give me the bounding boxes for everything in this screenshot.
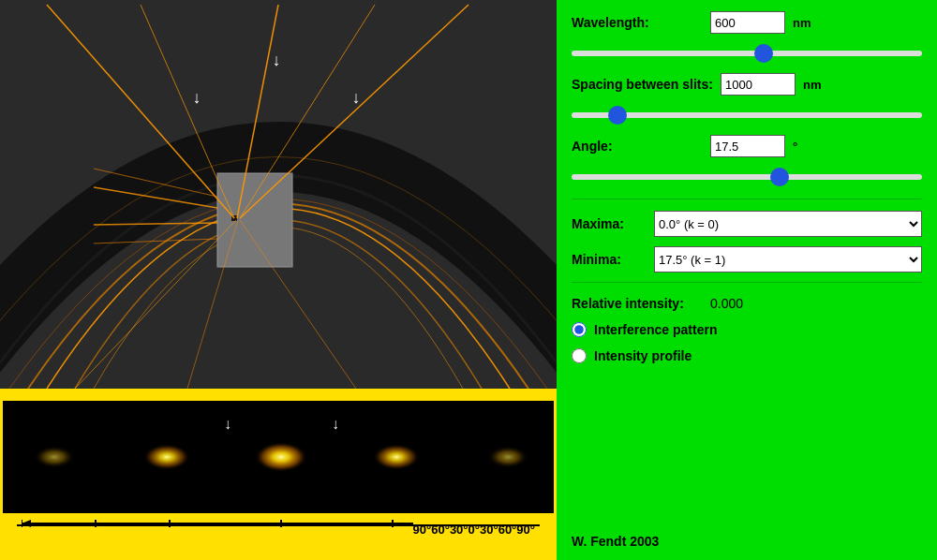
rel-intensity-label: Relative intensity:: [572, 296, 703, 311]
svg-text:↓: ↓: [332, 416, 339, 432]
angle-unit: °: [793, 140, 797, 154]
left-panel: ↓ ↓ ↓: [0, 0, 557, 560]
spacing-label: Spacing between slits:: [572, 77, 713, 92]
arrow-right: ↓: [352, 88, 361, 107]
visualization-svg: ↓ ↓ ↓: [0, 0, 557, 389]
radio-interference[interactable]: [572, 322, 587, 337]
maxima-select[interactable]: 0.0° (k = 0) 36.9° (k = 1) -36.9° (k = -…: [654, 211, 922, 237]
svg-text:↓: ↓: [224, 416, 231, 432]
main-visualization: ↓ ↓ ↓: [0, 0, 557, 389]
angle-slider-container: [572, 167, 922, 184]
svg-point-20: [373, 444, 420, 470]
right-panel: Wavelength: nm Spacing between slits: nm…: [557, 0, 937, 560]
wavelength-unit: nm: [793, 16, 811, 30]
radio-intensity-label[interactable]: Intensity profile: [594, 348, 692, 363]
radio-intensity[interactable]: [572, 348, 587, 363]
minima-label: Minima:: [572, 252, 647, 267]
angle-ruler: 90° 60° 30° 0° 30° 60° 90°: [3, 513, 554, 541]
wavelength-slider-container: [572, 43, 922, 60]
wavelength-label: Wavelength:: [572, 15, 703, 30]
rel-intensity-row: Relative intensity: 0.000: [572, 296, 922, 311]
radio-interference-label[interactable]: Interference pattern: [594, 322, 717, 337]
ruler-ticks: [22, 519, 413, 539]
maxima-label: Maxima:: [572, 216, 647, 231]
angle-slider[interactable]: [572, 174, 922, 180]
divider-2: [572, 282, 922, 283]
svg-point-19: [143, 444, 190, 470]
spacing-slider-container: [572, 105, 922, 122]
minima-select[interactable]: 17.5° (k = 1) -17.5° (k = -1) 63.2° (k =…: [654, 246, 922, 273]
bottom-panel: ↓ ↓: [0, 389, 557, 560]
svg-point-22: [487, 446, 528, 468]
minima-row: Minima: 17.5° (k = 1) -17.5° (k = -1) 63…: [572, 246, 922, 273]
maxima-row: Maxima: 0.0° (k = 0) 36.9° (k = 1) -36.9…: [572, 211, 922, 237]
angle-input[interactable]: [710, 135, 785, 157]
interference-display: ↓ ↓: [3, 401, 554, 513]
spacing-row: Spacing between slits: nm: [572, 73, 922, 96]
arrow-center: ↓: [273, 51, 281, 69]
spacing-slider[interactable]: [572, 112, 922, 118]
angle-row: Angle: °: [572, 135, 922, 157]
rel-intensity-value: 0.000: [710, 296, 743, 311]
angle-label: Angle:: [572, 139, 703, 154]
spacing-unit: nm: [803, 78, 822, 92]
svg-point-18: [255, 442, 307, 472]
arrow-left: ↓: [193, 88, 201, 107]
divider-1: [572, 199, 922, 199]
spacing-input[interactable]: [721, 73, 796, 96]
credit: W. Fendt 2003: [572, 534, 922, 549]
wavelength-input[interactable]: [710, 11, 785, 34]
radio-interference-row: Interference pattern: [572, 322, 922, 337]
wavelength-row: Wavelength: nm: [572, 11, 922, 34]
wavelength-slider[interactable]: [572, 51, 922, 56]
ruler-line: [17, 524, 540, 526]
svg-point-21: [34, 446, 75, 468]
interference-svg: ↓ ↓: [3, 401, 557, 513]
radio-intensity-row: Intensity profile: [572, 348, 922, 363]
